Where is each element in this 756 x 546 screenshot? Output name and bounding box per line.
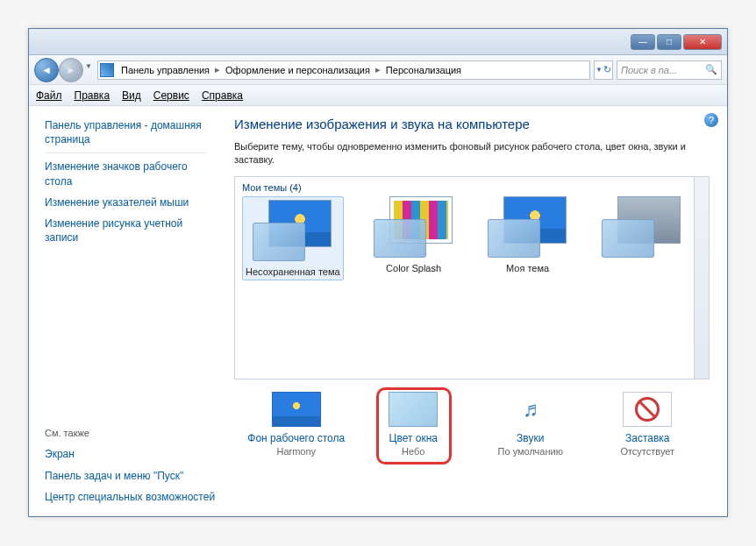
themes-header: Мои темы (4) xyxy=(242,182,702,193)
search-placeholder: Поиск в па... xyxy=(621,65,677,75)
saver-icon xyxy=(623,392,672,427)
breadcrumb-item-2[interactable]: Персонализация xyxy=(382,65,465,75)
wincol-icon xyxy=(389,392,438,427)
bottom-link: Заставка xyxy=(625,432,670,444)
sidebar-accessibility[interactable]: Центр специальных возможностей xyxy=(45,486,217,507)
sidebar: Панель управления - домашняя страница Из… xyxy=(29,106,220,516)
history-dropdown[interactable]: ▼ xyxy=(83,58,94,75)
navbar: ◄ ► ▼ Панель управления ▸ Оформление и п… xyxy=(29,55,727,85)
bottom-link: Фон рабочего стола xyxy=(247,432,345,444)
theme-glass-icon xyxy=(602,219,654,258)
titlebar: — □ ✕ xyxy=(29,29,727,55)
bottom-sub: Harmony xyxy=(276,446,316,457)
refresh-icon: ▼↻ xyxy=(596,64,611,75)
theme-glass-icon xyxy=(488,219,540,258)
bottom-item-saver[interactable]: ЗаставкаОтсутствует xyxy=(590,392,704,457)
bottom-item-desk[interactable]: Фон рабочего столаHarmony xyxy=(239,392,353,457)
bottom-sub: По умолчанию xyxy=(498,446,563,457)
sidebar-icons[interactable]: Изменение значков рабочего стола xyxy=(45,156,217,191)
menu-tools[interactable]: Сервис xyxy=(153,89,189,102)
scroll-up[interactable]: ▲ xyxy=(696,178,707,190)
theme-item[interactable]: Несохраненная тема xyxy=(242,196,344,280)
bottom-row: Фон рабочего столаHarmonyЦвет окнаНебо♬З… xyxy=(234,392,710,457)
breadcrumb[interactable]: Панель управления ▸ Оформление и персона… xyxy=(97,60,590,80)
menubar: Файл Правка Вид Сервис Справка xyxy=(29,85,727,106)
sidebar-pointers[interactable]: Изменение указателей мыши xyxy=(45,192,217,213)
sidebar-home[interactable]: Панель управления - домашняя страница xyxy=(45,115,217,150)
refresh-button[interactable]: ▼↻ xyxy=(594,60,613,80)
bottom-link: Цвет окна xyxy=(389,432,438,444)
sound-icon: ♬ xyxy=(506,392,555,427)
theme-item[interactable] xyxy=(598,196,686,280)
close-button[interactable]: ✕ xyxy=(683,34,722,50)
scroll-thumb[interactable] xyxy=(696,193,707,280)
search-icon: 🔍 xyxy=(705,64,717,75)
forward-button[interactable]: ► xyxy=(59,58,83,82)
search-input[interactable]: Поиск в па... 🔍 xyxy=(617,60,722,80)
sidebar-taskbar[interactable]: Панель задач и меню "Пуск" xyxy=(45,465,217,486)
theme-label: Несохраненная тема xyxy=(246,266,340,277)
theme-item[interactable]: Color Splash xyxy=(370,196,458,280)
see-also-header: См. также xyxy=(45,422,217,443)
menu-file[interactable]: Файл xyxy=(36,89,62,102)
bottom-item-sound[interactable]: ♬ЗвукиПо умолчанию xyxy=(474,392,588,457)
bottom-sub: Небо xyxy=(402,446,424,457)
menu-view[interactable]: Вид xyxy=(122,89,141,102)
desk-icon xyxy=(272,392,321,427)
page-description: Выберите тему, чтобы одновременно измени… xyxy=(234,140,710,167)
breadcrumb-item-0[interactable]: Панель управления xyxy=(118,65,213,75)
menu-edit[interactable]: Правка xyxy=(75,89,111,102)
bottom-sub: Отсутствует xyxy=(620,446,674,457)
themes-box: Мои темы (4) Несохраненная темаColor Spl… xyxy=(234,176,710,379)
bottom-item-wincol[interactable]: Цвет окнаНебо xyxy=(356,392,470,457)
theme-item[interactable]: Моя тема xyxy=(484,196,572,280)
content: ? Изменение изображения и звука на компь… xyxy=(220,106,727,516)
theme-label: Моя тема xyxy=(506,263,549,273)
page-title: Изменение изображения и звука на компьют… xyxy=(234,117,710,131)
sidebar-account-pic[interactable]: Изменение рисунка учетной записи xyxy=(45,213,217,248)
separator xyxy=(45,152,206,153)
theme-label: Color Splash xyxy=(386,263,441,273)
back-button[interactable]: ◄ xyxy=(34,58,59,82)
theme-glass-icon xyxy=(374,219,426,258)
breadcrumb-sep: ▸ xyxy=(213,64,222,75)
breadcrumb-item-1[interactable]: Оформление и персонализация xyxy=(222,65,374,75)
maximize-button[interactable]: □ xyxy=(657,34,681,50)
window-frame: — □ ✕ ◄ ► ▼ Панель управления ▸ Оформлен… xyxy=(28,28,728,517)
minimize-button[interactable]: — xyxy=(631,34,655,50)
bottom-link: Звуки xyxy=(517,432,544,444)
sidebar-display[interactable]: Экран xyxy=(45,443,217,464)
theme-glass-icon xyxy=(253,223,305,261)
menu-help[interactable]: Справка xyxy=(202,89,243,102)
breadcrumb-sep: ▸ xyxy=(374,64,382,75)
help-icon[interactable]: ? xyxy=(704,113,718,127)
location-icon xyxy=(100,63,114,77)
scroll-down[interactable]: ▼ xyxy=(696,365,707,378)
